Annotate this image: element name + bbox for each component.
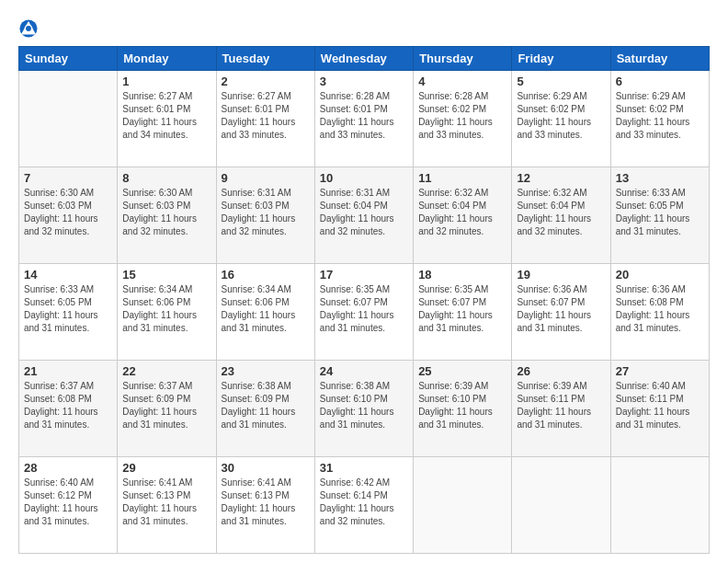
day-number: 18 (418, 268, 506, 282)
logo (18, 18, 42, 39)
day-number: 16 (222, 268, 310, 282)
week-row-1: 1Sunrise: 6:27 AM Sunset: 6:01 PM Daylig… (19, 71, 710, 167)
day-number: 9 (222, 171, 310, 185)
day-info: Sunrise: 6:36 AM Sunset: 6:08 PM Dayligh… (616, 283, 704, 335)
calendar-cell (610, 457, 709, 554)
day-info: Sunrise: 6:30 AM Sunset: 6:03 PM Dayligh… (24, 187, 112, 238)
day-info: Sunrise: 6:31 AM Sunset: 6:04 PM Dayligh… (320, 187, 408, 238)
calendar-cell: 20Sunrise: 6:36 AM Sunset: 6:08 PM Dayli… (610, 264, 709, 361)
calendar-cell: 21Sunrise: 6:37 AM Sunset: 6:08 PM Dayli… (19, 361, 118, 457)
day-number: 26 (517, 364, 605, 378)
day-number: 22 (122, 364, 210, 378)
day-number: 1 (122, 75, 210, 88)
day-info: Sunrise: 6:35 AM Sunset: 6:07 PM Dayligh… (320, 283, 408, 335)
day-number: 13 (616, 171, 704, 185)
day-info: Sunrise: 6:38 AM Sunset: 6:10 PM Dayligh… (320, 380, 408, 431)
weekday-header-monday: Monday (118, 47, 216, 71)
calendar-cell: 18Sunrise: 6:35 AM Sunset: 6:07 PM Dayli… (414, 264, 512, 361)
calendar-cell: 17Sunrise: 6:35 AM Sunset: 6:07 PM Dayli… (314, 264, 413, 361)
day-number: 30 (222, 461, 310, 475)
calendar-cell: 1Sunrise: 6:27 AM Sunset: 6:01 PM Daylig… (118, 71, 216, 167)
calendar-cell: 30Sunrise: 6:41 AM Sunset: 6:13 PM Dayli… (216, 457, 314, 554)
day-number: 10 (320, 171, 408, 185)
day-info: Sunrise: 6:42 AM Sunset: 6:14 PM Dayligh… (320, 477, 408, 528)
day-number: 5 (517, 75, 605, 88)
calendar-cell: 9Sunrise: 6:31 AM Sunset: 6:03 PM Daylig… (216, 167, 314, 264)
day-info: Sunrise: 6:28 AM Sunset: 6:02 PM Dayligh… (418, 90, 506, 142)
calendar-cell: 29Sunrise: 6:41 AM Sunset: 6:13 PM Dayli… (118, 457, 216, 554)
weekday-header-row: SundayMondayTuesdayWednesdayThursdayFrid… (19, 47, 710, 71)
calendar-page: SundayMondayTuesdayWednesdayThursdayFrid… (0, 0, 728, 563)
header (18, 15, 710, 39)
day-info: Sunrise: 6:39 AM Sunset: 6:11 PM Dayligh… (517, 380, 605, 431)
calendar-cell: 10Sunrise: 6:31 AM Sunset: 6:04 PM Dayli… (314, 167, 413, 264)
day-info: Sunrise: 6:40 AM Sunset: 6:12 PM Dayligh… (24, 477, 112, 528)
day-number: 4 (418, 75, 506, 88)
day-info: Sunrise: 6:33 AM Sunset: 6:05 PM Dayligh… (616, 187, 704, 238)
day-number: 20 (616, 268, 704, 282)
calendar-cell (512, 457, 610, 554)
calendar-cell: 7Sunrise: 6:30 AM Sunset: 6:03 PM Daylig… (19, 167, 118, 264)
day-info: Sunrise: 6:29 AM Sunset: 6:02 PM Dayligh… (616, 90, 704, 142)
day-info: Sunrise: 6:33 AM Sunset: 6:05 PM Dayligh… (24, 283, 112, 335)
day-number: 15 (122, 268, 210, 282)
day-number: 19 (517, 268, 605, 282)
calendar-cell: 28Sunrise: 6:40 AM Sunset: 6:12 PM Dayli… (19, 457, 118, 554)
day-number: 17 (320, 268, 408, 282)
calendar-cell: 4Sunrise: 6:28 AM Sunset: 6:02 PM Daylig… (414, 71, 512, 167)
weekday-header-sunday: Sunday (19, 47, 118, 71)
day-info: Sunrise: 6:37 AM Sunset: 6:09 PM Dayligh… (122, 380, 210, 431)
svg-point-3 (26, 26, 31, 31)
logo-icon (18, 18, 39, 39)
calendar-cell: 19Sunrise: 6:36 AM Sunset: 6:07 PM Dayli… (512, 264, 610, 361)
calendar-cell: 3Sunrise: 6:28 AM Sunset: 6:01 PM Daylig… (314, 71, 413, 167)
day-number: 6 (616, 75, 704, 88)
day-info: Sunrise: 6:41 AM Sunset: 6:13 PM Dayligh… (222, 477, 310, 528)
calendar-cell (19, 71, 118, 167)
calendar-cell: 14Sunrise: 6:33 AM Sunset: 6:05 PM Dayli… (19, 264, 118, 361)
weekday-header-wednesday: Wednesday (314, 47, 413, 71)
day-info: Sunrise: 6:27 AM Sunset: 6:01 PM Dayligh… (222, 90, 310, 142)
calendar-cell: 12Sunrise: 6:32 AM Sunset: 6:04 PM Dayli… (512, 167, 610, 264)
calendar-cell: 26Sunrise: 6:39 AM Sunset: 6:11 PM Dayli… (512, 361, 610, 457)
day-number: 28 (24, 461, 112, 475)
calendar-cell: 24Sunrise: 6:38 AM Sunset: 6:10 PM Dayli… (314, 361, 413, 457)
day-number: 2 (222, 75, 310, 88)
day-info: Sunrise: 6:38 AM Sunset: 6:09 PM Dayligh… (222, 380, 310, 431)
day-info: Sunrise: 6:39 AM Sunset: 6:10 PM Dayligh… (418, 380, 506, 431)
calendar-cell: 5Sunrise: 6:29 AM Sunset: 6:02 PM Daylig… (512, 71, 610, 167)
day-info: Sunrise: 6:32 AM Sunset: 6:04 PM Dayligh… (517, 187, 605, 238)
calendar-cell: 27Sunrise: 6:40 AM Sunset: 6:11 PM Dayli… (610, 361, 709, 457)
calendar-cell: 16Sunrise: 6:34 AM Sunset: 6:06 PM Dayli… (216, 264, 314, 361)
day-info: Sunrise: 6:40 AM Sunset: 6:11 PM Dayligh… (616, 380, 704, 431)
weekday-header-saturday: Saturday (610, 47, 709, 71)
day-number: 23 (222, 364, 310, 378)
weekday-header-thursday: Thursday (414, 47, 512, 71)
day-info: Sunrise: 6:36 AM Sunset: 6:07 PM Dayligh… (517, 283, 605, 335)
day-info: Sunrise: 6:34 AM Sunset: 6:06 PM Dayligh… (222, 283, 310, 335)
day-number: 8 (122, 171, 210, 185)
calendar-cell: 13Sunrise: 6:33 AM Sunset: 6:05 PM Dayli… (610, 167, 709, 264)
day-info: Sunrise: 6:32 AM Sunset: 6:04 PM Dayligh… (418, 187, 506, 238)
calendar-cell: 31Sunrise: 6:42 AM Sunset: 6:14 PM Dayli… (314, 457, 413, 554)
day-info: Sunrise: 6:31 AM Sunset: 6:03 PM Dayligh… (222, 187, 310, 238)
day-number: 7 (24, 171, 112, 185)
calendar-cell: 22Sunrise: 6:37 AM Sunset: 6:09 PM Dayli… (118, 361, 216, 457)
calendar-cell: 6Sunrise: 6:29 AM Sunset: 6:02 PM Daylig… (610, 71, 709, 167)
week-row-4: 21Sunrise: 6:37 AM Sunset: 6:08 PM Dayli… (19, 361, 710, 457)
day-number: 21 (24, 364, 112, 378)
weekday-header-tuesday: Tuesday (216, 47, 314, 71)
day-info: Sunrise: 6:30 AM Sunset: 6:03 PM Dayligh… (122, 187, 210, 238)
day-info: Sunrise: 6:27 AM Sunset: 6:01 PM Dayligh… (122, 90, 210, 142)
day-info: Sunrise: 6:29 AM Sunset: 6:02 PM Dayligh… (517, 90, 605, 142)
day-number: 25 (418, 364, 506, 378)
day-number: 24 (320, 364, 408, 378)
day-info: Sunrise: 6:34 AM Sunset: 6:06 PM Dayligh… (122, 283, 210, 335)
calendar-table: SundayMondayTuesdayWednesdayThursdayFrid… (18, 46, 710, 554)
day-number: 14 (24, 268, 112, 282)
day-number: 27 (616, 364, 704, 378)
day-number: 31 (320, 461, 408, 475)
calendar-cell: 25Sunrise: 6:39 AM Sunset: 6:10 PM Dayli… (414, 361, 512, 457)
day-number: 12 (517, 171, 605, 185)
calendar-cell: 2Sunrise: 6:27 AM Sunset: 6:01 PM Daylig… (216, 71, 314, 167)
